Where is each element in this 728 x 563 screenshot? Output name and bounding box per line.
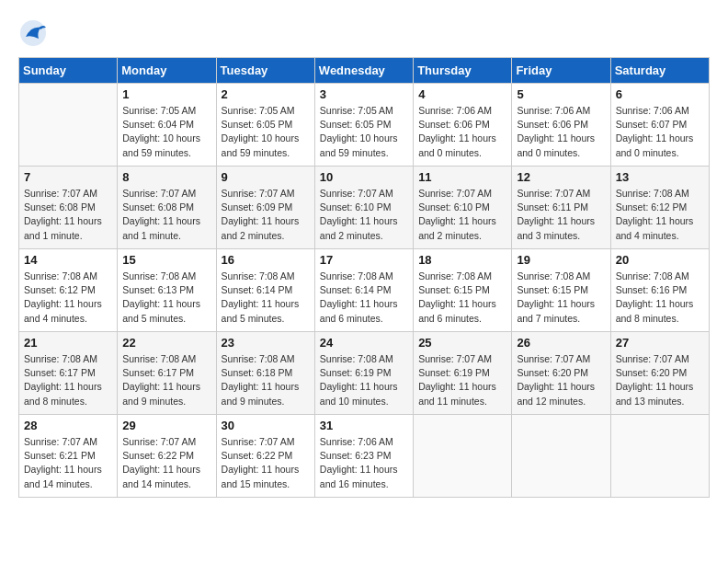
day-number: 23 xyxy=(222,336,310,350)
day-number: 6 xyxy=(616,87,704,101)
calendar-cell: 20Sunrise: 7:08 AMSunset: 6:16 PMDayligh… xyxy=(610,249,709,332)
day-number: 8 xyxy=(122,170,210,184)
day-number: 31 xyxy=(320,419,408,432)
cell-info: Sunrise: 7:05 AMSunset: 6:05 PMDaylight:… xyxy=(320,104,408,160)
calendar-table: SundayMondayTuesdayWednesdayThursdayFrid… xyxy=(18,57,710,498)
day-number: 9 xyxy=(222,170,310,184)
calendar-cell: 28Sunrise: 7:07 AMSunset: 6:21 PMDayligh… xyxy=(19,415,118,498)
logo xyxy=(18,18,50,48)
calendar-cell: 6Sunrise: 7:06 AMSunset: 6:07 PMDaylight… xyxy=(610,84,709,167)
calendar-cell: 18Sunrise: 7:08 AMSunset: 6:15 PMDayligh… xyxy=(414,249,512,332)
day-number: 13 xyxy=(616,170,704,184)
cell-info: Sunrise: 7:05 AMSunset: 6:04 PMDaylight:… xyxy=(122,104,210,160)
calendar-week-row: 21Sunrise: 7:08 AMSunset: 6:17 PMDayligh… xyxy=(19,332,710,415)
day-number: 11 xyxy=(418,170,506,184)
cell-info: Sunrise: 7:08 AMSunset: 6:14 PMDaylight:… xyxy=(222,270,310,326)
calendar-cell: 11Sunrise: 7:07 AMSunset: 6:10 PMDayligh… xyxy=(414,167,512,249)
day-number: 2 xyxy=(222,87,310,101)
day-number: 18 xyxy=(418,253,506,267)
day-number: 27 xyxy=(616,336,704,350)
day-number: 17 xyxy=(320,253,408,267)
calendar-cell: 4Sunrise: 7:06 AMSunset: 6:06 PMDaylight… xyxy=(414,84,512,167)
day-number: 22 xyxy=(122,336,210,350)
calendar-cell: 23Sunrise: 7:08 AMSunset: 6:18 PMDayligh… xyxy=(216,332,314,415)
day-number: 1 xyxy=(122,87,210,101)
cell-info: Sunrise: 7:08 AMSunset: 6:14 PMDaylight:… xyxy=(320,270,408,326)
cell-info: Sunrise: 7:08 AMSunset: 6:12 PMDaylight:… xyxy=(24,270,112,326)
calendar-cell: 26Sunrise: 7:07 AMSunset: 6:20 PMDayligh… xyxy=(512,332,610,415)
cell-info: Sunrise: 7:07 AMSunset: 6:22 PMDaylight:… xyxy=(222,435,310,491)
calendar-cell: 22Sunrise: 7:08 AMSunset: 6:17 PMDayligh… xyxy=(118,332,216,415)
header-monday: Monday xyxy=(118,58,216,84)
day-number: 16 xyxy=(222,253,310,267)
cell-info: Sunrise: 7:08 AMSunset: 6:17 PMDaylight:… xyxy=(24,352,112,408)
calendar-cell: 1Sunrise: 7:05 AMSunset: 6:04 PMDaylight… xyxy=(118,84,216,167)
day-number: 24 xyxy=(320,336,408,350)
calendar-cell: 16Sunrise: 7:08 AMSunset: 6:14 PMDayligh… xyxy=(216,249,314,332)
calendar-cell xyxy=(610,415,709,498)
day-number: 5 xyxy=(517,87,605,101)
cell-info: Sunrise: 7:06 AMSunset: 6:07 PMDaylight:… xyxy=(616,104,704,160)
cell-info: Sunrise: 7:07 AMSunset: 6:20 PMDaylight:… xyxy=(616,352,704,408)
cell-info: Sunrise: 7:07 AMSunset: 6:08 PMDaylight:… xyxy=(24,187,112,243)
cell-info: Sunrise: 7:05 AMSunset: 6:05 PMDaylight:… xyxy=(222,104,310,160)
cell-info: Sunrise: 7:07 AMSunset: 6:10 PMDaylight:… xyxy=(418,187,506,243)
day-number: 26 xyxy=(517,336,605,350)
cell-info: Sunrise: 7:07 AMSunset: 6:21 PMDaylight:… xyxy=(24,435,112,491)
calendar-cell: 12Sunrise: 7:07 AMSunset: 6:11 PMDayligh… xyxy=(512,167,610,249)
header-sunday: Sunday xyxy=(19,58,118,84)
cell-info: Sunrise: 7:08 AMSunset: 6:15 PMDaylight:… xyxy=(517,270,605,326)
calendar-week-row: 14Sunrise: 7:08 AMSunset: 6:12 PMDayligh… xyxy=(19,249,710,332)
cell-info: Sunrise: 7:07 AMSunset: 6:09 PMDaylight:… xyxy=(222,187,310,243)
day-number: 3 xyxy=(320,87,408,101)
calendar-cell: 21Sunrise: 7:08 AMSunset: 6:17 PMDayligh… xyxy=(19,332,118,415)
calendar-cell: 9Sunrise: 7:07 AMSunset: 6:09 PMDaylight… xyxy=(216,167,314,249)
cell-info: Sunrise: 7:08 AMSunset: 6:18 PMDaylight:… xyxy=(222,352,310,408)
calendar-week-row: 1Sunrise: 7:05 AMSunset: 6:04 PMDaylight… xyxy=(19,84,710,167)
calendar-cell: 29Sunrise: 7:07 AMSunset: 6:22 PMDayligh… xyxy=(118,415,216,498)
cell-info: Sunrise: 7:07 AMSunset: 6:20 PMDaylight:… xyxy=(517,352,605,408)
cell-info: Sunrise: 7:08 AMSunset: 6:19 PMDaylight:… xyxy=(320,352,408,408)
day-number: 29 xyxy=(122,419,210,432)
calendar-cell: 5Sunrise: 7:06 AMSunset: 6:06 PMDaylight… xyxy=(512,84,610,167)
calendar-cell: 7Sunrise: 7:07 AMSunset: 6:08 PMDaylight… xyxy=(19,167,118,249)
day-number: 7 xyxy=(24,170,112,184)
cell-info: Sunrise: 7:07 AMSunset: 6:19 PMDaylight:… xyxy=(418,352,506,408)
calendar-cell xyxy=(414,415,512,498)
day-number: 10 xyxy=(320,170,408,184)
calendar-cell: 25Sunrise: 7:07 AMSunset: 6:19 PMDayligh… xyxy=(414,332,512,415)
calendar-cell: 17Sunrise: 7:08 AMSunset: 6:14 PMDayligh… xyxy=(314,249,413,332)
calendar-cell: 30Sunrise: 7:07 AMSunset: 6:22 PMDayligh… xyxy=(216,415,314,498)
page-header xyxy=(18,18,710,48)
day-number: 4 xyxy=(418,87,506,101)
calendar-cell: 13Sunrise: 7:08 AMSunset: 6:12 PMDayligh… xyxy=(610,167,709,249)
calendar-cell: 31Sunrise: 7:06 AMSunset: 6:23 PMDayligh… xyxy=(314,415,413,498)
cell-info: Sunrise: 7:08 AMSunset: 6:15 PMDaylight:… xyxy=(418,270,506,326)
day-number: 15 xyxy=(122,253,210,267)
calendar-header-row: SundayMondayTuesdayWednesdayThursdayFrid… xyxy=(19,58,710,84)
calendar-cell: 3Sunrise: 7:05 AMSunset: 6:05 PMDaylight… xyxy=(314,84,413,167)
day-number: 14 xyxy=(24,253,112,267)
calendar-cell: 2Sunrise: 7:05 AMSunset: 6:05 PMDaylight… xyxy=(216,84,314,167)
day-number: 28 xyxy=(24,419,112,432)
header-tuesday: Tuesday xyxy=(216,58,314,84)
cell-info: Sunrise: 7:06 AMSunset: 6:23 PMDaylight:… xyxy=(320,435,408,491)
header-saturday: Saturday xyxy=(610,58,709,84)
day-number: 30 xyxy=(222,419,310,432)
calendar-cell: 8Sunrise: 7:07 AMSunset: 6:08 PMDaylight… xyxy=(118,167,216,249)
day-number: 21 xyxy=(24,336,112,350)
cell-info: Sunrise: 7:07 AMSunset: 6:10 PMDaylight:… xyxy=(320,187,408,243)
calendar-cell xyxy=(19,84,118,167)
cell-info: Sunrise: 7:06 AMSunset: 6:06 PMDaylight:… xyxy=(517,104,605,160)
cell-info: Sunrise: 7:07 AMSunset: 6:11 PMDaylight:… xyxy=(517,187,605,243)
day-number: 25 xyxy=(418,336,506,350)
calendar-cell: 15Sunrise: 7:08 AMSunset: 6:13 PMDayligh… xyxy=(118,249,216,332)
cell-info: Sunrise: 7:07 AMSunset: 6:22 PMDaylight:… xyxy=(122,435,210,491)
cell-info: Sunrise: 7:07 AMSunset: 6:08 PMDaylight:… xyxy=(122,187,210,243)
calendar-cell xyxy=(512,415,610,498)
day-number: 19 xyxy=(517,253,605,267)
calendar-cell: 19Sunrise: 7:08 AMSunset: 6:15 PMDayligh… xyxy=(512,249,610,332)
calendar-week-row: 7Sunrise: 7:07 AMSunset: 6:08 PMDaylight… xyxy=(19,167,710,249)
cell-info: Sunrise: 7:08 AMSunset: 6:13 PMDaylight:… xyxy=(122,270,210,326)
cell-info: Sunrise: 7:08 AMSunset: 6:17 PMDaylight:… xyxy=(122,352,210,408)
